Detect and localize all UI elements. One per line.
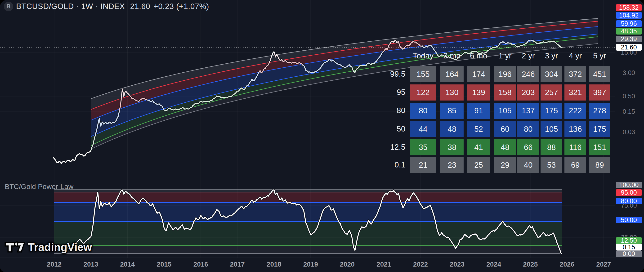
table-cell: 278 bbox=[589, 103, 610, 119]
table-column-header: 5 yr bbox=[586, 51, 614, 60]
table-row-label: 99.5 bbox=[377, 69, 405, 78]
table-cell: 155 bbox=[410, 66, 436, 82]
osc-band-fill-80 bbox=[54, 203, 562, 222]
table-cell: 48 bbox=[440, 121, 464, 137]
table-cell: 105 bbox=[494, 103, 516, 119]
table-cell: 203 bbox=[517, 84, 539, 100]
table-cell: 69 bbox=[564, 157, 586, 173]
price-axis-label: 12.50 bbox=[616, 237, 642, 244]
osc-band-fill-12.5 bbox=[54, 246, 562, 254]
table-cell: 41 bbox=[467, 139, 490, 155]
table-cell: 158 bbox=[494, 84, 516, 100]
price-axis-tick: 0.15 bbox=[616, 108, 642, 115]
table-cell: 130 bbox=[440, 84, 464, 100]
price-axis-label: 59.96 bbox=[616, 20, 642, 27]
table-cell: 52 bbox=[467, 121, 490, 137]
time-axis-year-label: 2016 bbox=[186, 261, 215, 268]
table-cell: 222 bbox=[564, 103, 586, 119]
table-cell: 196 bbox=[494, 66, 516, 82]
price-axis-label: 48.35 bbox=[616, 28, 642, 34]
table-row-label: 12.5 bbox=[377, 143, 405, 152]
table-cell: 23 bbox=[440, 157, 464, 173]
table-cell: 89 bbox=[589, 157, 610, 173]
table-row-label: 50 bbox=[377, 124, 405, 133]
table-cell: 139 bbox=[467, 84, 490, 100]
tradingview-chart-window: B BTCUSD/GOLD · 1W · INDEX 21.60 +0.23 (… bbox=[0, 0, 644, 272]
time-axis-year-label: 2014 bbox=[113, 261, 142, 268]
time-axis-year-label: 2021 bbox=[370, 261, 398, 268]
table-cell: 105 bbox=[540, 121, 562, 137]
table-cell: 136 bbox=[564, 121, 586, 137]
time-axis-year-label: 2019 bbox=[296, 261, 325, 268]
table-cell: 80 bbox=[517, 121, 539, 137]
price-axis-label: 29.39 bbox=[616, 36, 642, 42]
time-axis-year-label: 2025 bbox=[516, 261, 544, 268]
price-line-segment bbox=[54, 151, 91, 164]
table-cell: 372 bbox=[564, 66, 586, 82]
table-cell: 85 bbox=[440, 103, 464, 119]
table-cell: 44 bbox=[410, 121, 436, 137]
table-column-header: Today bbox=[409, 51, 437, 60]
table-cell: 29 bbox=[494, 157, 516, 173]
price-change: +0.23 (+1.07%) bbox=[154, 2, 209, 11]
table-cell: 116 bbox=[564, 139, 586, 155]
last-price: 21.60 bbox=[130, 2, 150, 11]
time-axis-year-label: 2015 bbox=[150, 261, 178, 268]
time-axis-year-label: 2018 bbox=[260, 261, 288, 268]
table-cell: 257 bbox=[540, 84, 562, 100]
osc-band-fill-50 bbox=[54, 222, 562, 246]
table-cell: 21 bbox=[410, 157, 436, 173]
symbol-logo-icon[interactable]: B bbox=[4, 2, 13, 11]
table-cell: 304 bbox=[540, 66, 562, 82]
price-axis-label: 158.32 bbox=[616, 4, 642, 11]
time-axis-year-label: 2020 bbox=[333, 261, 362, 268]
time-axis-year-label: 2023 bbox=[443, 261, 472, 268]
table-cell: 397 bbox=[589, 84, 610, 100]
price-axis-label: 104.92 bbox=[616, 12, 642, 19]
table-cell: 137 bbox=[517, 103, 539, 119]
watermark-text: TradingView bbox=[28, 241, 92, 254]
table-cell: 151 bbox=[589, 139, 610, 155]
table-cell: 164 bbox=[440, 66, 464, 82]
table-cell: 80 bbox=[410, 103, 436, 119]
price-axis-tick: 0.03 bbox=[616, 129, 642, 135]
table-cell: 88 bbox=[540, 139, 562, 155]
table-cell: 60 bbox=[494, 121, 516, 137]
symbol-header: B BTCUSD/GOLD · 1W · INDEX 21.60 +0.23 (… bbox=[4, 2, 209, 11]
price-axis-label: 21.60 bbox=[616, 44, 642, 51]
table-cell: 91 bbox=[467, 103, 490, 119]
oscillator-bands bbox=[54, 190, 562, 254]
osc-band-fill-100 bbox=[54, 190, 562, 193]
price-axis-tick: 3.00 bbox=[616, 69, 642, 76]
table-cell: 48 bbox=[494, 139, 516, 155]
price-axis-label: 50.00 bbox=[616, 217, 642, 223]
price-axis-label: 0.15 bbox=[616, 244, 642, 251]
tradingview-watermark: TradingView bbox=[4, 241, 92, 254]
table-cell: 175 bbox=[540, 103, 562, 119]
table-cell: 122 bbox=[410, 84, 436, 100]
table-cell: 321 bbox=[564, 84, 586, 100]
indicator-title[interactable]: BTC/Gold Power-Law bbox=[5, 183, 74, 191]
table-row-label: 95 bbox=[377, 88, 405, 97]
table-cell: 246 bbox=[517, 66, 539, 82]
table-cell: 35 bbox=[410, 139, 436, 155]
table-cell: 25 bbox=[467, 157, 490, 173]
price-axis-label: 80.00 bbox=[616, 198, 642, 204]
table-cell: 175 bbox=[589, 121, 610, 137]
table-cell: 40 bbox=[517, 157, 539, 173]
table-cell: 38 bbox=[440, 139, 464, 155]
time-axis-year-label: 2027 bbox=[590, 261, 618, 268]
symbol-title[interactable]: BTCUSD/GOLD · 1W · INDEX bbox=[16, 2, 125, 11]
price-axis-label: 100.00 bbox=[616, 182, 642, 188]
table-column-header: 3 mo bbox=[438, 51, 466, 60]
time-axis-year-label: 2022 bbox=[406, 261, 435, 268]
time-axis-year-label: 2024 bbox=[480, 261, 508, 268]
time-axis-year-label: 2013 bbox=[77, 261, 105, 268]
tradingview-logo-icon bbox=[4, 241, 26, 253]
price-axis-label: 0.00 bbox=[616, 251, 642, 257]
time-axis-year-label: 2017 bbox=[223, 261, 252, 268]
table-column-header: 6 mo bbox=[464, 51, 493, 60]
price-axis-tick: 0.50 bbox=[616, 93, 642, 100]
time-axis-year-label: 2026 bbox=[553, 261, 581, 268]
table-cell: 451 bbox=[589, 66, 610, 82]
